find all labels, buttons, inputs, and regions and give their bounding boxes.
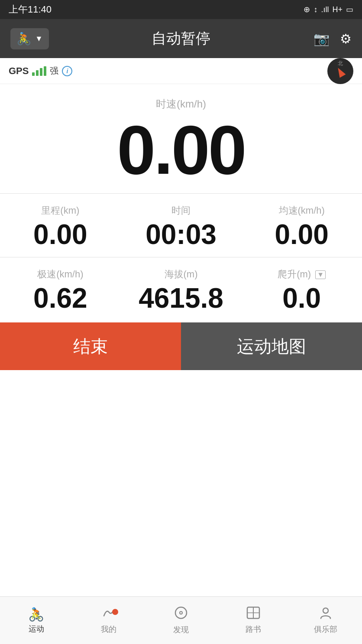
toolbar: 🚴 ▼ 自动暂停 📷 ⚙: [0, 19, 362, 58]
climb-dropdown-icon[interactable]: ▼: [315, 270, 326, 279]
stats-row-2: 极速(km/h) 0.62 海拔(m) 4615.8 爬升(m) ▼ 0.0: [0, 257, 362, 321]
action-buttons: 结束 运动地图: [0, 322, 362, 370]
bike-icon: 🚴: [16, 32, 32, 46]
club-icon: [319, 606, 332, 622]
bottom-nav: 🚴 运动 我的 发现 路书: [0, 596, 362, 644]
gear-icon: ⚙: [340, 32, 352, 46]
toolbar-title: 自动暂停: [152, 29, 210, 49]
stat-climb: 爬升(m) ▼ 0.0: [241, 268, 362, 312]
end-button[interactable]: 结束: [0, 322, 181, 370]
discover-icon: [174, 606, 188, 623]
svg-point-0: [175, 607, 187, 618]
speed-value: 0.00: [0, 115, 362, 185]
stat-climb-label: 爬升(m) ▼: [241, 268, 362, 281]
speed-label: 时速(km/h): [0, 97, 362, 111]
camera-button[interactable]: 📷: [314, 31, 330, 46]
gps-label: GPS: [9, 65, 29, 77]
nav-item-discover[interactable]: 发现: [145, 606, 217, 635]
signal-bar-2: [36, 70, 39, 76]
signal-bar-3: [40, 68, 42, 76]
signal-bar-1: [32, 72, 35, 76]
nav-label-mine: 我的: [101, 624, 116, 634]
battery-icon: ▭: [346, 5, 353, 14]
signal-transfer-icon: ↕: [314, 5, 317, 14]
stat-altitude: 海拔(m) 4615.8: [121, 268, 242, 312]
status-icons: ⊕ ↕ .ıll H+ ▭: [304, 5, 353, 14]
chevron-down-icon: ▼: [35, 34, 43, 43]
gps-signal-bars: [32, 66, 46, 76]
nav-label-club: 俱乐部: [314, 624, 337, 634]
stat-climb-value: 0.0: [241, 284, 362, 312]
stats-row-1: 里程(km) 0.00 时间 00:03 均速(km/h) 0.00: [0, 193, 362, 257]
stat-max-speed-label: 极速(km/h): [0, 268, 121, 281]
stat-max-speed: 极速(km/h) 0.62: [0, 268, 121, 312]
map-button[interactable]: 运动地图: [181, 322, 362, 370]
stat-max-speed-value: 0.62: [0, 284, 121, 312]
stat-avg-speed-value: 0.00: [241, 221, 362, 248]
stat-distance-label: 里程(km): [0, 204, 121, 217]
compass[interactable]: 北: [327, 58, 353, 84]
route-icon: [246, 606, 260, 622]
svg-point-1: [180, 611, 182, 614]
settings-button[interactable]: ⚙: [340, 31, 352, 46]
nav-badge: [112, 609, 118, 615]
nav-label-sport: 运动: [29, 624, 44, 634]
stat-distance-value: 0.00: [0, 221, 121, 248]
main-content: 时速(km/h) 0.00 里程(km) 0.00 时间 00:03 均速(km…: [0, 84, 362, 370]
activity-selector[interactable]: 🚴 ▼: [10, 28, 49, 49]
nav-item-sport[interactable]: 🚴 运动: [0, 607, 72, 634]
gps-strength: 强: [50, 65, 58, 77]
location-icon: ⊕: [304, 5, 310, 14]
nav-item-club[interactable]: 俱乐部: [290, 606, 362, 634]
stat-altitude-value: 4615.8: [121, 284, 242, 312]
signal-bar-4: [44, 66, 46, 76]
stat-time-label: 时间: [121, 204, 242, 217]
nav-item-mine[interactable]: 我的: [72, 606, 145, 634]
nav-label-route: 路书: [246, 624, 261, 634]
gps-bar: GPS 强 i 北: [0, 58, 362, 84]
nav-item-route[interactable]: 路书: [217, 606, 290, 634]
info-icon[interactable]: i: [62, 66, 72, 76]
toolbar-actions: 📷 ⚙: [314, 31, 352, 46]
stat-time: 时间 00:03: [121, 204, 242, 248]
sport-icon: 🚴: [28, 607, 44, 622]
stat-altitude-label: 海拔(m): [121, 268, 242, 281]
status-bar: 上午11:40 ⊕ ↕ .ıll H+ ▭: [0, 0, 362, 19]
stat-distance: 里程(km) 0.00: [0, 204, 121, 248]
camera-icon: 📷: [314, 32, 330, 46]
stat-avg-speed: 均速(km/h) 0.00: [241, 204, 362, 248]
signal-strength-icon: .ıll: [321, 5, 329, 14]
nav-label-discover: 发现: [173, 624, 189, 635]
svg-point-5: [323, 608, 328, 613]
compass-arrow: [335, 66, 346, 78]
network-type-icon: H+: [332, 5, 343, 14]
gps-info: GPS 强 i: [9, 65, 72, 77]
status-time: 上午11:40: [9, 3, 52, 16]
stat-time-value: 00:03: [121, 221, 242, 248]
speed-section: 时速(km/h) 0.00: [0, 84, 362, 193]
stat-avg-speed-label: 均速(km/h): [241, 204, 362, 217]
